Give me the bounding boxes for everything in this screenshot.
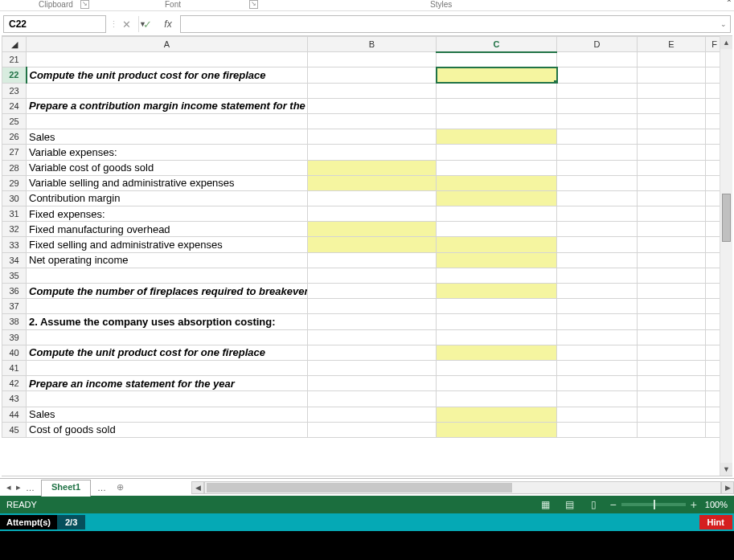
cell[interactable] [308, 407, 437, 422]
cell[interactable] [437, 268, 557, 283]
cell[interactable] [557, 98, 638, 113]
cell[interactable] [557, 360, 638, 375]
scroll-down-arrow-icon[interactable]: ▼ [720, 463, 732, 476]
row-header[interactable]: 36 [2, 284, 27, 299]
cell[interactable]: Fixed expenses: [27, 206, 308, 222]
cell[interactable] [27, 360, 308, 375]
formula-input[interactable] [181, 18, 717, 30]
cell[interactable] [557, 391, 638, 407]
cell[interactable] [308, 345, 437, 360]
row-header[interactable]: 40 [2, 345, 27, 360]
row-header[interactable]: 41 [2, 360, 27, 375]
col-header-E[interactable]: E [638, 37, 706, 52]
sheet-tab-sheet1[interactable]: Sheet1 [41, 480, 91, 497]
ribbon-collapse-caret[interactable]: ˆ [728, 0, 731, 10]
cell[interactable] [437, 252, 557, 268]
cell[interactable]: Sales [27, 129, 308, 145]
cell[interactable] [638, 175, 706, 190]
row-header[interactable]: 33 [2, 237, 27, 252]
ribbon-dialog-launcher-font[interactable]: ↘ [249, 0, 258, 9]
scroll-up-arrow-icon[interactable]: ▲ [720, 36, 732, 49]
cell[interactable] [308, 376, 437, 391]
cell[interactable] [638, 129, 706, 145]
cell[interactable] [638, 206, 706, 222]
tab-nav-first-icon[interactable]: ◂ [6, 482, 11, 493]
cell[interactable]: Net operating income [27, 252, 308, 268]
cell[interactable] [308, 299, 437, 314]
select-all-corner[interactable]: ◢ [2, 37, 27, 52]
row-header[interactable]: 30 [2, 190, 27, 206]
cell[interactable] [308, 284, 437, 299]
formula-enter-icon[interactable]: ✓ [138, 15, 156, 33]
tab-nav-dots[interactable]: … [26, 483, 35, 493]
cell[interactable]: 2. Assume the company uses absorption co… [27, 314, 308, 329]
zoom-control[interactable]: − + [609, 498, 696, 511]
cell[interactable] [557, 129, 638, 145]
add-sheet-button[interactable]: ⊕ [113, 479, 127, 496]
cell[interactable] [27, 83, 308, 98]
cell[interactable] [557, 237, 638, 252]
vscroll-thumb[interactable] [722, 194, 731, 242]
cell[interactable] [638, 391, 706, 407]
cell[interactable] [638, 222, 706, 237]
hscroll-thumb[interactable] [207, 483, 512, 493]
cell[interactable] [437, 237, 557, 252]
cell[interactable] [308, 314, 437, 329]
zoom-out-button[interactable]: − [609, 498, 616, 511]
cell[interactable]: Contribution margin [27, 190, 308, 206]
cell[interactable]: Compute the unit product cost for one fi… [27, 67, 308, 83]
cell[interactable] [27, 299, 308, 314]
cell[interactable] [638, 268, 706, 283]
cell[interactable] [437, 129, 557, 145]
cell[interactable] [437, 360, 557, 375]
cell[interactable] [308, 190, 437, 206]
cell[interactable] [308, 206, 437, 222]
cell[interactable] [638, 314, 706, 329]
cell[interactable] [308, 252, 437, 268]
row-header[interactable]: 32 [2, 222, 27, 237]
cell[interactable] [437, 222, 557, 237]
row-header[interactable]: 35 [2, 268, 27, 283]
vertical-scrollbar[interactable]: ▲ ▼ [720, 36, 732, 476]
formula-cancel-icon[interactable]: ✕ [117, 15, 135, 33]
cell[interactable]: Fixed manufacturing overhead [27, 222, 308, 237]
cell[interactable] [437, 52, 557, 67]
cell[interactable] [557, 83, 638, 98]
cell[interactable] [557, 314, 638, 329]
horizontal-scrollbar[interactable]: ◀ ▶ [191, 479, 734, 496]
row-header[interactable]: 38 [2, 314, 27, 329]
row-header[interactable]: 31 [2, 206, 27, 222]
cell[interactable]: Fixed selling and administrative expense… [27, 237, 308, 252]
cell[interactable] [638, 113, 706, 129]
cell[interactable]: Variable cost of goods sold [27, 160, 308, 175]
col-header-B[interactable]: B [308, 37, 437, 52]
cell[interactable] [27, 329, 308, 345]
cell[interactable] [557, 299, 638, 314]
cell[interactable] [638, 98, 706, 113]
cell[interactable] [308, 329, 437, 345]
cell[interactable] [27, 52, 308, 67]
cell[interactable] [27, 268, 308, 283]
hscroll-right-arrow-icon[interactable]: ▶ [721, 481, 734, 494]
cell[interactable] [557, 284, 638, 299]
name-box[interactable]: ▼ [3, 15, 106, 33]
cell[interactable] [557, 67, 638, 83]
cell[interactable] [437, 98, 557, 113]
cell[interactable] [638, 376, 706, 391]
cell[interactable] [27, 391, 308, 407]
view-pagelayout-icon[interactable]: ▤ [561, 498, 577, 511]
cell[interactable] [557, 222, 638, 237]
cell[interactable] [638, 422, 706, 437]
cell[interactable] [638, 67, 706, 83]
cell[interactable]: Prepare a contribution margin income sta… [27, 98, 308, 113]
cell[interactable] [308, 129, 437, 145]
cell[interactable] [557, 376, 638, 391]
hscroll-track[interactable] [204, 481, 721, 494]
spreadsheet-grid[interactable]: ◢ A B C D E F 2122Compute the unit produ… [2, 36, 724, 438]
zoom-in-button[interactable]: + [691, 498, 697, 511]
zoom-slider[interactable] [621, 503, 686, 506]
cell[interactable] [308, 422, 437, 437]
cell[interactable] [638, 299, 706, 314]
cell[interactable] [308, 67, 437, 83]
cell[interactable] [437, 160, 557, 175]
